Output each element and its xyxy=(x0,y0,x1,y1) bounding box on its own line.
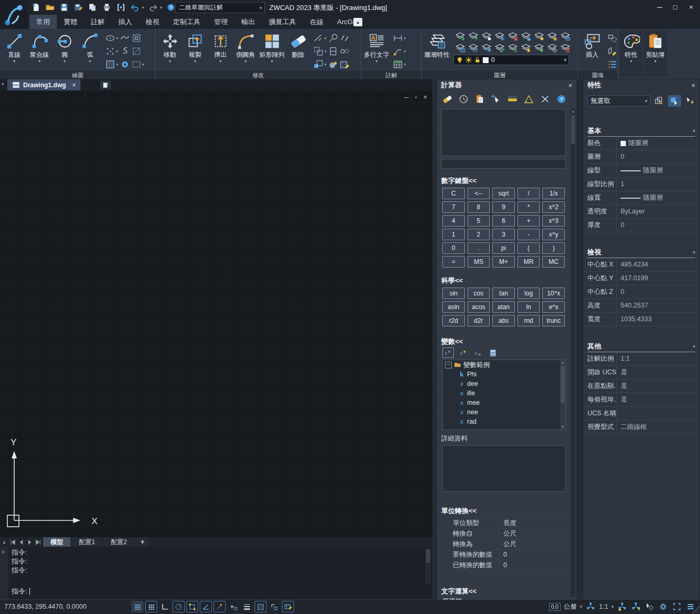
variables-tree[interactable]: −x變數範例kPhixdeexillexmeexneexradxvee▲▼ xyxy=(442,360,566,430)
calc-key-7[interactable]: 7 xyxy=(442,201,465,213)
calc-key-x^3[interactable]: x^3 xyxy=(542,215,565,227)
fullscreen-icon[interactable] xyxy=(672,601,682,612)
calc-key-10^x[interactable]: 10^x xyxy=(542,288,565,299)
clear-icon[interactable] xyxy=(440,93,454,105)
calc-key-tan[interactable]: tan xyxy=(492,288,515,299)
settings-gear-icon[interactable] xyxy=(658,601,668,612)
calc-key-sin[interactable]: sin xyxy=(442,288,465,299)
calc-key-abs[interactable]: abs xyxy=(492,315,515,326)
spline-fit-tool[interactable] xyxy=(120,32,130,45)
prop-value[interactable]: 隨圖層 xyxy=(617,137,698,150)
layer-merge-tool[interactable] xyxy=(532,42,545,54)
layer-state-tool[interactable] xyxy=(506,42,519,54)
variable-nee[interactable]: xnee xyxy=(443,407,565,417)
layout-tab-配置2[interactable]: 配置2 xyxy=(104,537,135,547)
zwcad-logo-icon[interactable] xyxy=(0,0,27,29)
calc-key-cos[interactable]: cos xyxy=(468,288,490,299)
align-tool[interactable] xyxy=(328,32,338,45)
plot-icon[interactable] xyxy=(87,2,98,13)
scroll-down-icon[interactable]: ▼ xyxy=(560,424,565,429)
calc-key-1/x[interactable]: 1/x xyxy=(542,188,565,199)
selection-cycling-toggle[interactable] xyxy=(268,601,280,612)
menu-tab-定制工具[interactable]: 定制工具 xyxy=(166,15,207,29)
first-layout-button[interactable] xyxy=(8,538,17,546)
ribbon-button-圖層特性[interactable]: 圖層特性 xyxy=(423,30,451,59)
dimension-tool[interactable]: ▾ xyxy=(393,32,406,45)
tab-list-caret-icon[interactable]: ▾ xyxy=(2,81,4,87)
calc-key-=[interactable]: = xyxy=(442,256,465,268)
drawing-canvas[interactable]: ─ ▫ × Y X xyxy=(0,90,432,537)
scroll-up-icon[interactable]: ▲ xyxy=(571,109,575,114)
ribbon-button-擠出[interactable]: 擠出▾ xyxy=(208,30,233,64)
drawing-minimize-button[interactable]: ─ xyxy=(404,94,409,101)
scrollbar-thumb[interactable] xyxy=(561,366,565,403)
rectangle-tool[interactable] xyxy=(131,32,145,45)
scroll-up-icon[interactable]: ▲ xyxy=(560,360,565,365)
minimize-button[interactable]: ─ xyxy=(652,0,667,14)
unit-row-value[interactable]: 0 xyxy=(499,550,566,560)
calc-key-/[interactable]: / xyxy=(518,188,540,199)
calc-key-([interactable]: ( xyxy=(518,242,540,254)
calculator-scrollbar[interactable]: ▲ xyxy=(571,109,575,597)
ribbon-button-圓[interactable]: 圓▾ xyxy=(52,30,77,64)
new-variable-icon[interactable]: x xyxy=(442,347,454,358)
text-ops-header[interactable]: 文字運算<< xyxy=(441,587,576,596)
calc-key-x^2[interactable]: x^2 xyxy=(542,201,565,213)
hatch-edit-tool[interactable] xyxy=(340,58,350,71)
layer-move-down-tool[interactable] xyxy=(453,30,466,42)
save-as-icon[interactable] xyxy=(73,2,84,13)
layer-thaw-tool[interactable] xyxy=(545,30,559,42)
measure-angle-icon[interactable] xyxy=(522,93,535,105)
revision-cloud-tool[interactable]: ▾ xyxy=(131,58,145,71)
toggle-pickadd-icon[interactable] xyxy=(683,95,696,107)
menu-tab-檢視[interactable]: 檢視 xyxy=(139,15,166,29)
tab-close-icon[interactable]: × xyxy=(72,81,76,89)
layer-move-up-tool[interactable] xyxy=(466,30,480,42)
calc-key-trunc[interactable]: trunc xyxy=(542,315,565,326)
calc-key-pi[interactable]: pi xyxy=(492,242,515,254)
ribbon-button-剪貼簿[interactable]: 剪貼簿▾ xyxy=(644,30,667,77)
redo-icon[interactable] xyxy=(148,2,158,13)
chevron-down-icon[interactable]: ▾ xyxy=(693,128,695,134)
tree-scrollbar[interactable]: ▲▼ xyxy=(560,360,565,429)
prop-value[interactable]: 0 xyxy=(617,219,698,232)
menu-tab-註解[interactable]: 註解 xyxy=(84,15,111,29)
prop-value[interactable]: 是 xyxy=(617,366,698,379)
calculator-history-display[interactable] xyxy=(441,109,566,156)
calc-key-rnd[interactable]: rnd xyxy=(518,315,540,326)
transparency-toggle[interactable] xyxy=(255,601,267,612)
calc-key-<--[interactable]: <-- xyxy=(468,188,490,199)
region-tool[interactable] xyxy=(131,45,145,58)
resize-grip[interactable] xyxy=(692,606,699,613)
next-layout-button[interactable] xyxy=(25,538,34,546)
annotation-visible-icon[interactable] xyxy=(617,601,627,612)
variable-details-box[interactable] xyxy=(442,445,566,492)
prop-value[interactable]: 0 xyxy=(617,150,698,163)
ribbon-button-刪除[interactable]: 刪除 xyxy=(286,30,311,59)
unit-row-value[interactable]: 0 xyxy=(499,560,566,570)
dynamic-input-toggle[interactable] xyxy=(227,601,239,612)
intersection-icon[interactable] xyxy=(538,93,552,105)
scrollbar-thumb[interactable] xyxy=(571,115,575,144)
layer-unisolate-tool[interactable] xyxy=(545,42,559,54)
menu-tab-擴展工具[interactable]: 擴展工具 xyxy=(262,15,303,29)
angle-snap-toggle[interactable] xyxy=(200,601,212,612)
leader-tool[interactable]: ▾ xyxy=(393,45,406,58)
layer-properties-manager-tool[interactable] xyxy=(453,42,466,54)
prop-value[interactable]: 485.4234 xyxy=(617,258,698,271)
new-layout-button[interactable]: + xyxy=(135,537,149,547)
calc-key-8[interactable]: 8 xyxy=(468,201,490,213)
measure-distance-icon[interactable] xyxy=(505,93,519,105)
ribbon-button-聚合線[interactable]: 聚合線▾ xyxy=(27,30,52,64)
calc-key-MS[interactable]: MS xyxy=(468,256,490,268)
layer-isolate-tool[interactable] xyxy=(519,42,532,54)
object-snap-tracking-toggle[interactable] xyxy=(214,601,226,612)
layer-lock-tool[interactable] xyxy=(506,30,519,42)
variable-mee[interactable]: xmee xyxy=(443,398,565,407)
ribbon-button-特性[interactable]: 特性▾ xyxy=(620,30,643,77)
unit-conversion-header[interactable]: 單位轉換<< xyxy=(441,506,576,516)
document-tab-drawing1[interactable]: DWG Drawing1.dwg × xyxy=(7,79,80,90)
layer-visibility-tool[interactable] xyxy=(559,30,572,42)
scrollbar-thumb[interactable] xyxy=(426,549,430,563)
break-tool[interactable] xyxy=(340,32,350,45)
